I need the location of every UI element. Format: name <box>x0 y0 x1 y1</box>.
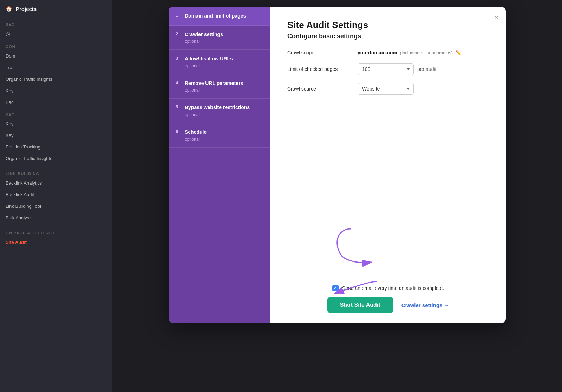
sidebar-item-dom[interactable]: Dom <box>0 50 112 62</box>
sidebar-item-backlinks[interactable]: Bac <box>0 97 112 108</box>
limit-pages-control: 100 500 1000 5000 10000 20000 per audit <box>358 63 436 75</box>
crawl-source-label: Crawl source <box>287 86 358 92</box>
edit-domain-icon[interactable]: ✏️ <box>456 50 462 55</box>
crawl-source-select[interactable]: Website Sitemap Text file <box>358 83 414 95</box>
sidebar-item-target[interactable]: ◎ <box>0 28 112 40</box>
crawl-scope-suffix: (including all subdomains) <box>400 50 453 55</box>
sidebar-item-position-tracking[interactable]: Position Tracking <box>0 141 112 153</box>
main-content-area: 1 Domain and limit of pages 2 Crawler se… <box>112 0 562 392</box>
crawler-settings-link-text: Crawler settings <box>401 302 443 308</box>
wizard-step-6[interactable]: 6 Schedule optional <box>169 123 270 148</box>
arrow-to-checkbox <box>329 225 407 267</box>
crawl-scope-domain: yourdomain.com <box>358 50 397 55</box>
wizard-step-2-header: 2 Crawler settings <box>176 31 263 38</box>
sidebar-item-key1[interactable]: Key <box>0 118 112 129</box>
wizard-step-3-num: 3 <box>176 55 182 61</box>
wizard-step-5-title: Bypass website restrictions <box>185 104 250 111</box>
wizard-step-2-num: 2 <box>176 31 182 36</box>
crawl-scope-row: Crawl scope yourdomain.com (including al… <box>287 50 489 55</box>
sidebar-item-organic-insights[interactable]: Organic Traffic Insights <box>0 153 112 164</box>
sidebar-item-bulk-analysis[interactable]: Bulk Analysis <box>0 212 112 224</box>
wizard-step-6-title: Schedule <box>185 129 207 136</box>
sidebar-section-onpage: ON PAGE & TECH SEO Site Audit <box>0 227 112 248</box>
wizard-step-1-header: 1 Domain and limit of pages <box>176 13 263 20</box>
wizard-step-5-header: 5 Bypass website restrictions <box>176 104 263 111</box>
sidebar-item-keywords[interactable]: Key <box>0 85 112 97</box>
limit-pages-label: Limit of checked pages <box>287 66 358 72</box>
limit-pages-row: Limit of checked pages 100 500 1000 5000… <box>287 63 489 75</box>
modal-close-button[interactable]: × <box>494 14 499 22</box>
section-label-con: CON <box>0 40 112 50</box>
sidebar-item-site-audit[interactable]: Site Audit <box>0 237 112 248</box>
modal-subtitle: Configure basic settings <box>287 33 489 40</box>
wizard-step-6-sub: optional <box>176 137 263 142</box>
arrow-to-start <box>320 274 384 303</box>
limit-pages-select[interactable]: 100 500 1000 5000 10000 20000 <box>358 63 414 75</box>
sidebar-item-key2[interactable]: Key <box>0 129 112 141</box>
sidebar-section-linkbuilding: LINK BUILDING Backlink Analytics Backlin… <box>0 167 112 224</box>
wizard-step-4-sub: optional <box>176 88 263 93</box>
home-icon: 🏠 <box>6 6 12 12</box>
divider1 <box>0 166 112 166</box>
modal-main-content: × Site Audit Settings Configure basic se… <box>270 7 506 323</box>
sidebar-item-traffic[interactable]: Traf <box>0 62 112 73</box>
section-label-seo: SEO <box>0 18 112 28</box>
section-label-key: KEY <box>0 108 112 118</box>
crawler-settings-link[interactable]: Crawler settings → <box>401 302 449 308</box>
sidebar-section-seo: SEO ◎ <box>0 18 112 40</box>
wizard-nav: 1 Domain and limit of pages 2 Crawler se… <box>169 7 270 323</box>
wizard-step-1-title: Domain and limit of pages <box>185 13 246 20</box>
sidebar-title: Projects <box>16 6 37 12</box>
wizard-step-6-header: 6 Schedule <box>176 129 263 136</box>
left-sidebar: 🏠 Projects SEO ◎ CON Dom Traf Organic Tr… <box>0 0 112 392</box>
wizard-step-3-header: 3 Allow/disallow URLs <box>176 55 263 62</box>
modal-inner: 1 Domain and limit of pages 2 Crawler se… <box>169 7 506 323</box>
crawl-scope-label: Crawl scope <box>287 50 358 55</box>
wizard-step-2[interactable]: 2 Crawler settings optional <box>169 26 270 50</box>
wizard-step-4[interactable]: 4 Remove URL parameters optional <box>169 74 270 99</box>
wizard-step-6-num: 6 <box>176 129 182 134</box>
wizard-step-5[interactable]: 5 Bypass website restrictions optional <box>169 99 270 123</box>
divider2 <box>0 225 112 225</box>
sidebar-item-organic-traffic[interactable]: Organic Traffic Insights <box>0 73 112 85</box>
sidebar-section-key: KEY Key Key Position Tracking Organic Tr… <box>0 108 112 164</box>
wizard-step-5-num: 5 <box>176 104 182 109</box>
wizard-step-1-num: 1 <box>176 13 182 18</box>
wizard-step-3[interactable]: 3 Allow/disallow URLs optional <box>169 50 270 74</box>
section-label-linkbuilding: LINK BUILDING <box>0 167 112 177</box>
wizard-step-3-sub: optional <box>176 64 263 68</box>
wizard-step-2-title: Crawler settings <box>185 31 223 38</box>
wizard-step-3-title: Allow/disallow URLs <box>185 55 233 62</box>
wizard-step-4-title: Remove URL parameters <box>185 80 243 87</box>
wizard-step-2-sub: optional <box>176 39 263 44</box>
modal-footer: Send an email every time an audit is com… <box>287 278 489 313</box>
sidebar-item-backlink-audit[interactable]: Backlink Audit <box>0 189 112 200</box>
wizard-step-4-num: 4 <box>176 80 182 85</box>
crawl-scope-value: yourdomain.com (including all subdomains… <box>358 50 462 55</box>
sidebar-header: 🏠 Projects <box>0 0 112 18</box>
crawler-settings-arrow: → <box>444 302 449 308</box>
wizard-step-1[interactable]: 1 Domain and limit of pages <box>169 7 270 26</box>
wizard-step-5-sub: optional <box>176 112 263 117</box>
sidebar-item-link-building[interactable]: Link Building Tool <box>0 200 112 212</box>
crawl-source-row: Crawl source Website Sitemap Text file <box>287 83 489 95</box>
per-audit-label: per audit <box>417 66 436 72</box>
wizard-step-4-header: 4 Remove URL parameters <box>176 80 263 87</box>
section-label-onpage: ON PAGE & TECH SEO <box>0 227 112 237</box>
modal-title: Site Audit Settings <box>287 20 489 31</box>
site-audit-modal: 1 Domain and limit of pages 2 Crawler se… <box>169 7 506 323</box>
sidebar-item-backlink-analytics[interactable]: Backlink Analytics <box>0 177 112 189</box>
sidebar-section-content: CON Dom Traf Organic Traffic Insights Ke… <box>0 40 112 108</box>
target-icon: ◎ <box>6 31 10 37</box>
